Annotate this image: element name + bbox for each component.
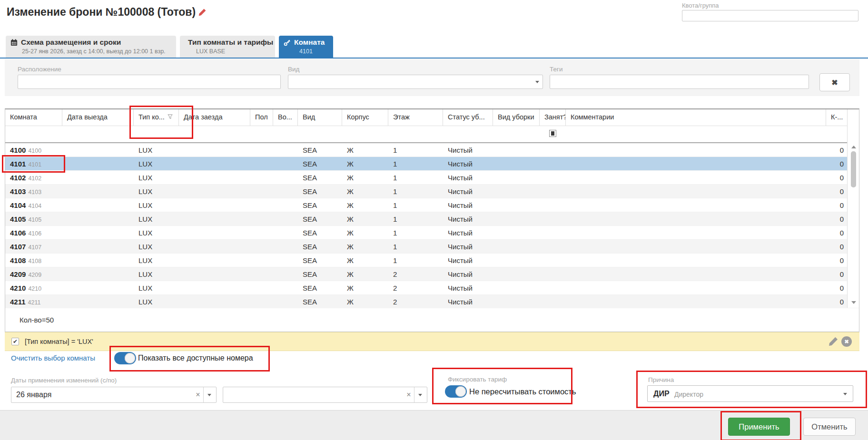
table-row-4209[interactable]: 42094209LUXSEAЖ2Чистый0 [5, 267, 859, 281]
date-from-picker[interactable]: 26 января × [11, 387, 217, 403]
cell-type: LUX [134, 281, 179, 294]
cell-sex [250, 198, 273, 212]
room-code: 4210 [28, 285, 41, 292]
table-row-4101[interactable]: 41014101LUXSEAЖ1Чистый0 [5, 157, 859, 171]
cell-floor: 1 [388, 185, 443, 198]
table-row-4103[interactable]: 41034103LUXSEAЖ1Чистый0 [5, 185, 859, 198]
date-from-dropdown-button[interactable] [203, 387, 216, 402]
cell-cleaning [493, 254, 540, 267]
scroll-up-arrow-icon[interactable] [851, 146, 856, 148]
cell-checkin [179, 212, 250, 225]
cell-checkout [62, 171, 134, 184]
reason-code-value: ДИР [653, 390, 670, 398]
column-header-label: Дата выезда [67, 113, 108, 121]
column-header-building[interactable]: Корпус [342, 109, 388, 126]
reason-select[interactable]: ДИР Директор [647, 385, 853, 402]
cell-room: 42114211 [5, 295, 62, 308]
table-row-4104[interactable]: 41044104LUXSEAЖ1Чистый0 [5, 198, 859, 212]
fix-rate-toggle[interactable] [445, 385, 467, 398]
cell-busy [540, 185, 566, 198]
cell-type: LUX [134, 254, 179, 267]
cell-checkout [62, 281, 134, 294]
table-row-4102[interactable]: 41024102LUXSEAЖ1Чистый0 [5, 171, 859, 185]
cell-age [273, 212, 298, 225]
column-header-count[interactable]: К-... [826, 109, 848, 126]
date-from-clear-icon[interactable]: × [193, 391, 203, 399]
vertical-scrollbar[interactable] [847, 109, 859, 308]
column-filter-funnel-icon[interactable] [168, 114, 173, 119]
room-number: 4103 [10, 187, 26, 196]
cell-cleaning [493, 240, 540, 253]
column-header-view[interactable]: Вид [298, 109, 342, 126]
column-header-label: К-... [831, 113, 843, 121]
column-header-type[interactable]: Тип ко... [134, 109, 179, 126]
cell-room: 42094209 [5, 267, 62, 281]
table-row-4108[interactable]: 41084108LUXSEAЖ1Чистый0 [5, 254, 859, 267]
column-header-room[interactable]: Комната [5, 109, 62, 126]
tab-placement-scheme[interactable]: Схема размещения и сроки 25-27 янв 2026,… [6, 36, 176, 58]
cell-building: Ж [342, 157, 388, 170]
busy-filter-checkbox[interactable] [549, 130, 556, 137]
cell-floor: 1 [388, 212, 443, 225]
room-number: 4108 [10, 256, 26, 264]
cell-count: 0 [826, 240, 848, 253]
cell-floor: 1 [388, 198, 443, 212]
column-header-age[interactable]: Во... [273, 109, 298, 126]
cell-cleaning [493, 198, 540, 212]
column-header-cleaning[interactable]: Вид уборки [493, 109, 540, 126]
cell-building: Ж [342, 226, 388, 239]
column-header-sex[interactable]: Пол [250, 109, 273, 126]
tab-room-type-label: Тип комнаты и тарифы [188, 38, 273, 47]
scroll-down-arrow-icon[interactable] [851, 301, 856, 304]
cell-status: Чистый [443, 267, 493, 281]
column-header-busy[interactable]: Занят? [540, 109, 566, 126]
column-header-floor[interactable]: Этаж [388, 109, 443, 126]
edit-booking-pencil-icon[interactable] [198, 8, 207, 16]
cell-status: Чистый [443, 157, 493, 170]
scrollbar-thumb[interactable] [851, 151, 856, 187]
view-dropdown-arrow-icon[interactable] [535, 81, 539, 83]
column-header-comments[interactable]: Комментарии [566, 109, 826, 126]
cell-cleaning [493, 171, 540, 184]
cell-age [273, 254, 298, 267]
tags-input[interactable] [550, 75, 809, 89]
quota-group-input[interactable] [682, 10, 858, 21]
checkbox-indeterminate-mark [551, 131, 554, 136]
edit-filter-pencil-icon[interactable] [829, 336, 838, 346]
show-all-rooms-toggle[interactable] [114, 352, 136, 364]
table-row-4210[interactable]: 42104210LUXSEAЖ2Чистый0 [5, 281, 859, 295]
table-row-4100[interactable]: 41004100LUXSEAЖ1Чистый0 [5, 143, 859, 157]
tab-room-active[interactable]: Комната 4101 [279, 36, 333, 59]
clear-filters-button[interactable]: ✖ [819, 73, 850, 91]
cell-floor: 1 [388, 171, 443, 184]
toggle-knob [125, 353, 135, 363]
cancel-button[interactable]: Отменить [803, 418, 856, 436]
cell-busy [540, 212, 566, 225]
view-combobox[interactable] [288, 75, 543, 89]
tab-room-type-rates[interactable]: Тип комнаты и тарифы LUX BASE [180, 36, 275, 58]
date-to-picker[interactable]: × [223, 387, 427, 403]
table-row-4105[interactable]: 41054105LUXSEAЖ1Чистый0 [5, 212, 859, 226]
remove-filter-icon[interactable]: ✖ [841, 336, 852, 347]
cell-building: Ж [342, 212, 388, 225]
filter-condition-checkbox[interactable]: ✔ [11, 338, 19, 345]
location-input[interactable] [18, 75, 281, 89]
column-header-status[interactable]: Статус уб... [443, 109, 493, 126]
cell-count: 0 [826, 143, 848, 156]
table-row-4211[interactable]: 42114211LUXSEAЖ2Чистый0 [5, 295, 859, 309]
calendar-icon [10, 39, 18, 46]
clear-room-selection-link[interactable]: Очистить выбор комнаты [11, 354, 95, 362]
cell-sex [250, 295, 273, 308]
date-to-clear-icon[interactable]: × [404, 391, 414, 399]
tab-room-subtitle: 4101 [284, 48, 328, 55]
table-row-4107[interactable]: 41074107LUXSEAЖ1Чистый0 [5, 240, 859, 254]
cell-view: SEA [298, 295, 342, 308]
table-row-4106[interactable]: 41064106LUXSEAЖ1Чистый0 [5, 226, 859, 240]
column-header-checkout[interactable]: Дата выезда [62, 109, 134, 126]
apply-button[interactable]: Применить [728, 418, 790, 436]
cell-sex [250, 212, 273, 225]
column-header-checkin[interactable]: Дата заезда [179, 109, 250, 126]
cell-sex [250, 281, 273, 294]
date-to-dropdown-button[interactable] [414, 387, 427, 402]
cell-cleaning [493, 212, 540, 225]
